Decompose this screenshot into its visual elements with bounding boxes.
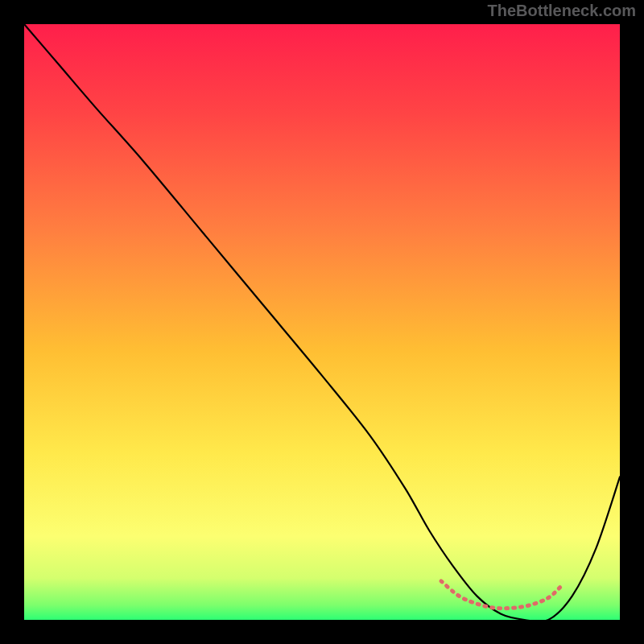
watermark-text: TheBottleneck.com	[488, 2, 636, 20]
gradient-background	[24, 24, 620, 620]
chart-stage: TheBottleneck.com	[0, 0, 644, 644]
bottleneck-plot	[0, 0, 644, 644]
